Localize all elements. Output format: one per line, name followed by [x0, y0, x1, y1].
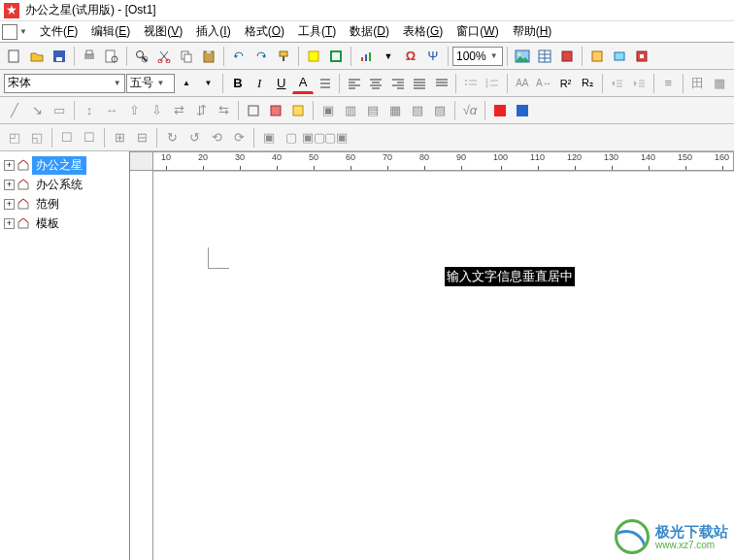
menu-h[interactable]: 帮助(H) — [506, 21, 559, 42]
underline-button[interactable]: U — [271, 73, 291, 94]
subscript-button[interactable]: R₂ — [577, 73, 597, 94]
align-justify-button[interactable] — [409, 73, 429, 94]
superscript-button[interactable]: R² — [555, 73, 576, 94]
merge-c-button[interactable]: ▤ — [362, 100, 384, 121]
obj-h-button[interactable]: ↺ — [184, 127, 205, 148]
tool-b-button[interactable] — [609, 46, 630, 67]
tree-item-0[interactable]: +办公之星 — [2, 155, 127, 175]
menu-i[interactable]: 插入(I) — [189, 21, 237, 42]
mdi-toggle-icon[interactable]: ▼ — [19, 27, 27, 36]
obj-c-button[interactable]: ☐ — [56, 127, 78, 148]
arrow-e-button[interactable]: ⇄ — [168, 100, 189, 121]
arrow-d-button[interactable]: ⇩ — [146, 100, 167, 121]
psi-button[interactable]: Ψ — [422, 46, 444, 67]
color-blue-button[interactable] — [512, 100, 533, 121]
group-d-button[interactable]: ▢▣ — [325, 127, 347, 148]
group-c-button[interactable]: ▣▢ — [303, 127, 324, 148]
image-button[interactable] — [512, 46, 533, 67]
highlight-button[interactable] — [303, 46, 324, 67]
copy-button[interactable] — [176, 46, 197, 67]
zoom-combo[interactable]: 100%▼ — [452, 47, 503, 66]
obj-j-button[interactable]: ⟳ — [228, 127, 250, 148]
outline-button[interactable] — [325, 46, 347, 67]
obj-g-button[interactable]: ↻ — [161, 127, 183, 148]
horizontal-ruler[interactable]: 102030405060708090100110120130140150160 — [153, 151, 734, 171]
rect-tool-button[interactable]: ▭ — [49, 100, 70, 121]
align-right-button[interactable] — [387, 73, 408, 94]
spacing-aa-button[interactable]: AA — [512, 73, 532, 94]
line-spacing-button[interactable]: ≡ — [658, 73, 679, 94]
indent-dec-button[interactable] — [628, 73, 649, 94]
arrow-b-button[interactable]: ↔ — [101, 100, 122, 121]
list-bullet-button[interactable] — [460, 73, 481, 94]
tree-item-2[interactable]: +范例 — [2, 194, 127, 214]
obj-b-button[interactable]: ◱ — [26, 127, 48, 148]
extra-a-button[interactable]: 田 — [687, 73, 708, 94]
undo-button[interactable] — [228, 46, 250, 67]
border-a-button[interactable] — [243, 100, 264, 121]
merge-a-button[interactable]: ▣ — [317, 100, 339, 121]
align-left-button[interactable] — [344, 73, 364, 94]
merge-b-button[interactable]: ▥ — [340, 100, 361, 121]
tree-item-3[interactable]: +模板 — [2, 214, 127, 233]
merge-f-button[interactable]: ▨ — [429, 100, 450, 121]
redo-button[interactable] — [250, 46, 272, 67]
vertical-ruler[interactable] — [130, 171, 153, 560]
paste-button[interactable] — [198, 46, 219, 67]
decrease-size-button[interactable]: ▼ — [198, 73, 218, 94]
merge-d-button[interactable]: ▦ — [384, 100, 406, 121]
expand-icon[interactable]: + — [4, 180, 15, 190]
expand-icon[interactable]: + — [4, 218, 15, 229]
save-button[interactable] — [49, 46, 70, 67]
tree-item-1[interactable]: +办公系统 — [2, 175, 127, 194]
arrow-c-button[interactable]: ⇧ — [123, 100, 145, 121]
align-center-button[interactable] — [366, 73, 386, 94]
find-button[interactable] — [131, 46, 152, 67]
group-a-button[interactable]: ▣ — [258, 127, 280, 148]
color-red-button[interactable] — [489, 100, 511, 121]
format-painter-button[interactable] — [273, 46, 294, 67]
omega-button[interactable]: Ω — [400, 46, 421, 67]
font-size-combo[interactable]: 五号▼ — [126, 74, 176, 93]
connector-button[interactable]: ↘ — [26, 100, 48, 121]
expand-icon[interactable]: + — [4, 160, 15, 171]
obj-f-button[interactable]: ⊟ — [131, 127, 152, 148]
border-b-button[interactable] — [265, 100, 286, 121]
tool-c-button[interactable] — [631, 46, 652, 67]
print-button[interactable] — [79, 46, 100, 67]
new-button[interactable] — [4, 46, 25, 67]
obj-a-button[interactable]: ◰ — [4, 127, 25, 148]
extra-b-button[interactable]: ▦ — [709, 73, 729, 94]
list-number-button[interactable]: 12 — [483, 73, 503, 94]
print-preview-button[interactable] — [101, 46, 122, 67]
align-dropdown-button[interactable] — [315, 73, 335, 94]
arrow-a-button[interactable]: ↕ — [79, 100, 100, 121]
increase-size-button[interactable]: ▲ — [176, 73, 196, 94]
line-tool-button[interactable]: ╱ — [4, 100, 25, 121]
group-b-button[interactable]: ▢ — [281, 127, 302, 148]
dropdown-button[interactable]: ▼ — [378, 46, 399, 67]
bold-button[interactable]: B — [227, 73, 248, 94]
obj-d-button[interactable]: ☐ — [79, 127, 100, 148]
formula-button[interactable]: √α — [459, 100, 481, 121]
indent-inc-button[interactable] — [607, 73, 627, 94]
table-button[interactable] — [534, 46, 555, 67]
obj-e-button[interactable]: ⊞ — [109, 127, 130, 148]
menu-e[interactable]: 编辑(E) — [84, 21, 137, 42]
cut-button[interactable] — [153, 46, 175, 67]
menu-d[interactable]: 数据(D) — [343, 21, 396, 42]
spacing-ab-button[interactable]: A↔ — [534, 73, 554, 94]
arrow-f-button[interactable]: ⇵ — [190, 100, 212, 121]
arrow-g-button[interactable]: ⇆ — [213, 100, 234, 121]
selected-text[interactable]: 输入文字信息垂直居中 — [445, 267, 575, 286]
italic-button[interactable]: I — [250, 73, 270, 94]
open-button[interactable] — [26, 46, 48, 67]
menu-t[interactable]: 工具(T) — [291, 21, 343, 42]
menu-w[interactable]: 窗口(W) — [450, 21, 505, 42]
expand-icon[interactable]: + — [4, 199, 15, 210]
align-distribute-button[interactable] — [431, 73, 451, 94]
font-family-combo[interactable]: 宋体▼ — [4, 74, 125, 93]
obj-i-button[interactable]: ⟲ — [206, 127, 227, 148]
tool-a-button[interactable] — [586, 46, 608, 67]
mdi-doc-icon[interactable] — [2, 24, 17, 40]
